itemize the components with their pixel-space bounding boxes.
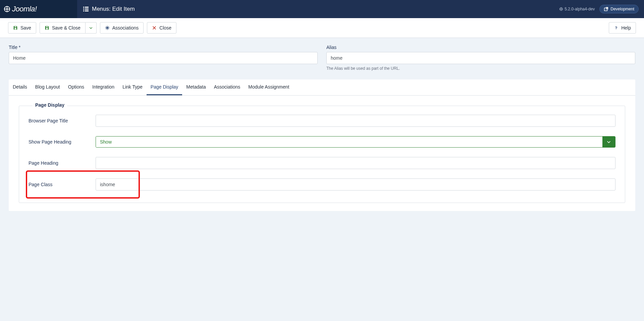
save-icon [13,25,18,30]
save-close-button[interactable]: Save & Close [40,22,86,34]
page-title: Menus: Edit Item [92,6,135,12]
select-caret[interactable] [602,137,615,147]
chevron-down-icon [89,26,93,30]
development-badge[interactable]: Development [599,5,639,13]
tabs: Details Blog Layout Options Integration … [9,79,635,96]
tab-metadata[interactable]: Metadata [182,79,210,95]
list-icon [83,6,89,12]
header-right: 5.2.0-alpha4-dev Development [559,5,644,13]
version-text: 5.2.0-alpha4-dev [565,7,595,11]
close-label: Close [159,25,171,31]
associations-button[interactable]: Associations [100,22,144,34]
browser-page-title-input[interactable] [96,115,615,127]
alias-label: Alias [326,45,635,50]
development-label: Development [610,7,634,11]
joomla-logo-icon [4,6,10,12]
save-dropdown-button[interactable] [86,22,97,34]
alias-input[interactable] [326,52,635,64]
save-close-group: Save & Close [40,22,97,34]
title-label: Title * [9,45,318,50]
tab-integration[interactable]: Integration [88,79,118,95]
help-label: Help [621,25,631,31]
page-heading-label: Page Heading [29,160,96,166]
title-input[interactable] [9,52,318,64]
svg-text:?: ? [615,26,618,30]
svg-rect-4 [83,10,84,11]
svg-rect-1 [85,7,89,8]
help-icon: ? [614,25,619,30]
svg-rect-0 [83,7,84,8]
toolbar: Save Save & Close Associations Close ? [0,18,644,38]
page-class-input[interactable] [96,178,615,191]
close-button[interactable]: Close [147,22,176,34]
version-tag[interactable]: 5.2.0-alpha4-dev [559,7,595,11]
show-page-heading-select[interactable]: Show [96,136,615,148]
page-heading-input[interactable] [96,157,615,169]
page-title-area: Menus: Edit Item [77,6,135,12]
save-icon [45,25,49,30]
svg-rect-5 [85,10,89,11]
save-button[interactable]: Save [8,22,36,34]
show-page-heading-label: Show Page Heading [29,139,96,145]
svg-rect-2 [83,9,84,10]
tab-page-display[interactable]: Page Display [147,79,182,95]
external-link-icon [604,7,608,11]
save-close-label: Save & Close [52,25,80,31]
associations-label: Associations [112,25,139,31]
save-label: Save [20,25,31,31]
tab-options[interactable]: Options [64,79,88,95]
svg-rect-3 [85,9,89,10]
tabs-panel: Details Blog Layout Options Integration … [9,79,635,211]
browser-page-title-label: Browser Page Title [29,118,96,123]
associations-icon [105,25,110,30]
page-display-fieldset: Page Display Browser Page Title Show Pag… [19,106,625,203]
logo-area[interactable]: Joomla! [0,0,77,18]
page-class-label: Page Class [29,182,96,187]
form-area: Title * Alias The Alias will be used as … [0,38,644,77]
app-header: Joomla! Menus: Edit Item 5.2.0-alpha4-de… [0,0,644,18]
tab-associations[interactable]: Associations [210,79,245,95]
tab-blog-layout[interactable]: Blog Layout [31,79,64,95]
help-button[interactable]: ? Help [609,22,636,34]
fieldset-legend: Page Display [33,102,67,108]
show-page-heading-value: Show [96,137,602,147]
close-icon [152,25,157,30]
tab-details[interactable]: Details [9,79,31,95]
tab-module-assignment[interactable]: Module Assignment [244,79,293,95]
joomla-mini-icon [559,7,563,11]
tab-link-type[interactable]: Link Type [118,79,147,95]
alias-hint: The Alias will be used as part of the UR… [326,66,635,71]
brand-name: Joomla! [12,5,37,13]
